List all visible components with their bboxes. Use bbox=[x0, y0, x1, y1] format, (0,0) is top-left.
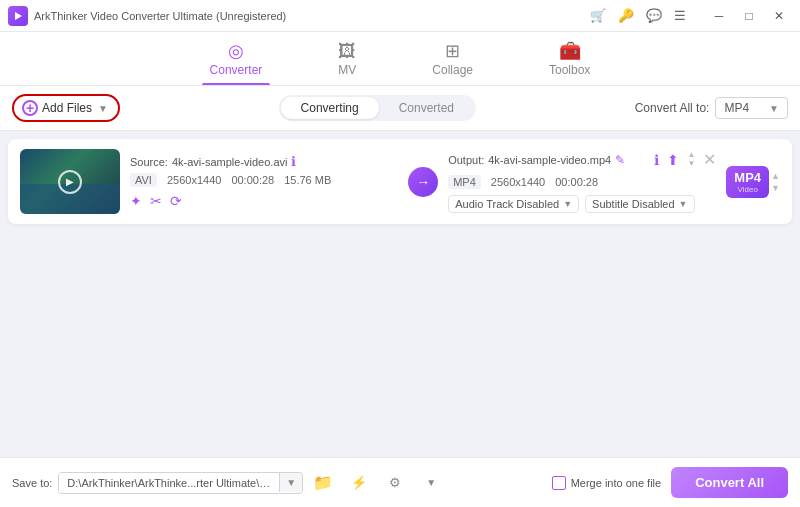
close-button[interactable]: ✕ bbox=[766, 5, 792, 27]
output-section: Output: 4k-avi-sample-video.mp4 ✎ ℹ ⬆ ▲ … bbox=[448, 150, 716, 213]
file-source: Source: 4k-avi-sample-video.avi ℹ bbox=[130, 154, 398, 169]
format-badge-wrapper: MP4 Video ▲ ▼ bbox=[726, 166, 780, 198]
mv-icon: 🖼 bbox=[338, 42, 356, 60]
toolbar-left: + Add Files ▼ bbox=[12, 94, 120, 122]
output-header: Output: 4k-avi-sample-video.mp4 ✎ ℹ ⬆ ▲ … bbox=[448, 150, 716, 169]
status-tab-converted[interactable]: Converted bbox=[379, 97, 474, 119]
output-label: Output: bbox=[448, 154, 484, 166]
bottom-left: Save to: D:\ArkThinker\ArkThinke...rter … bbox=[12, 469, 445, 497]
audio-track-label: Audio Track Disabled bbox=[455, 198, 559, 210]
subtitle-label: Subtitle Disabled bbox=[592, 198, 675, 210]
save-path-dropdown[interactable]: ▼ bbox=[279, 473, 302, 492]
file-actions: ✦ ✂ ⟳ bbox=[130, 193, 398, 209]
arrow-right-icon: → bbox=[408, 167, 438, 197]
merge-checkbox-box[interactable] bbox=[552, 476, 566, 490]
audio-track-arrow: ▼ bbox=[563, 199, 572, 209]
collage-icon: ⊞ bbox=[445, 42, 460, 60]
scroll-up-button[interactable]: ▲ bbox=[687, 151, 695, 159]
rotate-icon[interactable]: ⟳ bbox=[170, 193, 182, 209]
add-files-button[interactable]: + Add Files ▼ bbox=[12, 94, 120, 122]
output-resolution: 2560x1440 bbox=[491, 176, 545, 188]
add-files-label: Add Files bbox=[42, 101, 92, 115]
file-meta: AVI 2560x1440 00:00:28 15.76 MB bbox=[130, 173, 398, 187]
format-select[interactable]: MP4 ▼ bbox=[715, 97, 788, 119]
convert-all-to: Convert All to: MP4 ▼ bbox=[635, 97, 788, 119]
file-thumbnail[interactable]: ▶ bbox=[20, 149, 120, 214]
merge-label: Merge into one file bbox=[571, 477, 662, 489]
bottom-icons: 📁 ⚡ ⚙ ▼ bbox=[309, 469, 445, 497]
remove-item-button[interactable]: ✕ bbox=[703, 150, 716, 169]
output-meta: MP4 2560x1440 00:00:28 bbox=[448, 175, 716, 189]
play-button[interactable]: ▶ bbox=[58, 170, 82, 194]
format-scroll-up[interactable]: ▲ bbox=[771, 171, 780, 181]
source-label: Source: bbox=[130, 156, 168, 168]
output-format-badge: MP4 bbox=[448, 175, 481, 189]
merge-checkbox[interactable]: Merge into one file bbox=[552, 476, 662, 490]
tab-toolbox[interactable]: 🧰 Toolbox bbox=[541, 38, 598, 85]
cut-icon[interactable]: ✂ bbox=[150, 193, 162, 209]
toolbar: + Add Files ▼ Converting Converted Conve… bbox=[0, 86, 800, 131]
app-title: ArkThinker Video Converter Ultimate (Unr… bbox=[34, 10, 286, 22]
output-file: 4k-avi-sample-video.mp4 bbox=[488, 154, 611, 166]
menu-icon[interactable]: ☰ bbox=[674, 8, 686, 23]
tab-converter[interactable]: ◎ Converter bbox=[202, 38, 271, 85]
bottom-bar: Save to: D:\ArkThinker\ArkThinke...rter … bbox=[0, 457, 800, 507]
subtitle-arrow: ▼ bbox=[679, 199, 688, 209]
format-scroll-down[interactable]: ▼ bbox=[771, 183, 780, 193]
output-filename: Output: 4k-avi-sample-video.mp4 ✎ bbox=[448, 153, 625, 167]
scroll-buttons: ▲ ▼ bbox=[687, 151, 695, 168]
file-item: ▶ Source: 4k-avi-sample-video.avi ℹ AVI … bbox=[8, 139, 792, 224]
convert-all-button[interactable]: Convert All bbox=[671, 467, 788, 498]
settings-icon-1[interactable]: ⚡ bbox=[345, 469, 373, 497]
tab-toolbox-label: Toolbox bbox=[549, 63, 590, 77]
format-select-arrow: ▼ bbox=[769, 103, 779, 114]
user-icon[interactable]: 🔑 bbox=[618, 8, 634, 23]
output-selects: Audio Track Disabled ▼ Subtitle Disabled… bbox=[448, 195, 716, 213]
tab-mv-label: MV bbox=[338, 63, 356, 77]
subtitle-select[interactable]: Subtitle Disabled ▼ bbox=[585, 195, 694, 213]
source-filename: 4k-avi-sample-video.avi bbox=[172, 156, 288, 168]
cart-icon[interactable]: 🛒 bbox=[590, 8, 606, 23]
output-header-right: ℹ ⬆ ▲ ▼ ✕ bbox=[654, 150, 716, 169]
converter-icon: ◎ bbox=[228, 42, 244, 60]
info-output-icon[interactable]: ℹ bbox=[654, 152, 659, 168]
nav-tabs: ◎ Converter 🖼 MV ⊞ Collage 🧰 Toolbox bbox=[0, 32, 800, 86]
file-info: Source: 4k-avi-sample-video.avi ℹ AVI 25… bbox=[130, 154, 398, 209]
save-path: D:\ArkThinker\ArkThinke...rter Ultimate\… bbox=[58, 472, 303, 494]
scroll-down-button[interactable]: ▼ bbox=[687, 160, 695, 168]
format-badge-label: MP4 bbox=[734, 170, 761, 185]
source-resolution: 2560x1440 bbox=[167, 174, 221, 186]
source-filesize: 15.76 MB bbox=[284, 174, 331, 186]
tab-mv[interactable]: 🖼 MV bbox=[330, 38, 364, 85]
folder-browse-button[interactable]: 📁 bbox=[309, 469, 337, 497]
info-icon[interactable]: ℹ bbox=[291, 154, 296, 169]
minimize-button[interactable]: ─ bbox=[706, 5, 732, 27]
settings-dropdown[interactable]: ▼ bbox=[417, 469, 445, 497]
chat-icon[interactable]: 💬 bbox=[646, 8, 662, 23]
output-duration: 00:00:28 bbox=[555, 176, 598, 188]
main-content: ▶ Source: 4k-avi-sample-video.avi ℹ AVI … bbox=[0, 131, 800, 457]
format-badge-button[interactable]: MP4 Video bbox=[726, 166, 769, 198]
svg-marker-0 bbox=[15, 12, 22, 20]
window-controls: ─ □ ✕ bbox=[706, 5, 792, 27]
upload-icon[interactable]: ⬆ bbox=[667, 152, 679, 168]
title-bar: ArkThinker Video Converter Ultimate (Unr… bbox=[0, 0, 800, 32]
edit-icon[interactable]: ✎ bbox=[615, 153, 625, 167]
app-icon bbox=[8, 6, 28, 26]
format-badge-sub: Video bbox=[738, 185, 758, 194]
settings-icon-2[interactable]: ⚙ bbox=[381, 469, 409, 497]
tab-collage-label: Collage bbox=[432, 63, 473, 77]
tab-collage[interactable]: ⊞ Collage bbox=[424, 38, 481, 85]
status-tab-converting[interactable]: Converting bbox=[281, 97, 379, 119]
bottom-right: Merge into one file Convert All bbox=[552, 467, 788, 498]
toolbox-icon: 🧰 bbox=[559, 42, 581, 60]
audio-track-select[interactable]: Audio Track Disabled ▼ bbox=[448, 195, 579, 213]
effects-icon[interactable]: ✦ bbox=[130, 193, 142, 209]
title-bar-left: ArkThinker Video Converter Ultimate (Unr… bbox=[8, 6, 286, 26]
maximize-button[interactable]: □ bbox=[736, 5, 762, 27]
convert-arrow: → bbox=[408, 167, 438, 197]
plus-icon: + bbox=[22, 100, 38, 116]
title-bar-right: 🛒 🔑 💬 ☰ ─ □ ✕ bbox=[590, 5, 792, 27]
status-tabs: Converting Converted bbox=[279, 95, 476, 121]
tab-converter-label: Converter bbox=[210, 63, 263, 77]
